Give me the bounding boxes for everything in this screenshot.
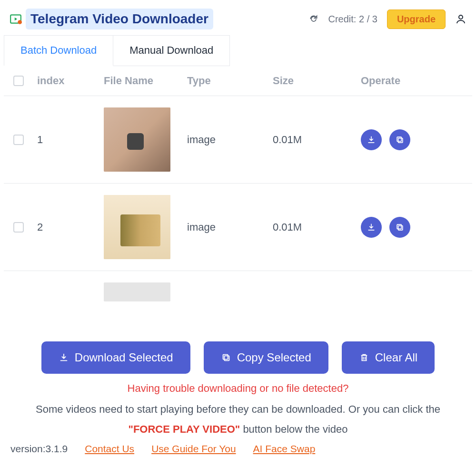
row-size: 0.01M — [273, 221, 361, 233]
table-row: 1 image 0.01M — [4, 96, 472, 184]
row-index: 2 — [37, 221, 104, 233]
thumbnail — [104, 282, 170, 301]
thumbnail — [104, 195, 170, 259]
download-icon[interactable] — [361, 129, 382, 150]
download-icon[interactable] — [361, 217, 382, 238]
svg-rect-5 — [397, 137, 401, 141]
footer: version:3.1.9 Contact Us Use Guide For Y… — [4, 439, 472, 458]
table-row — [4, 271, 472, 313]
clear-all-button[interactable]: Clear All — [342, 341, 435, 374]
tabs: Batch Download Manual Download — [4, 35, 472, 66]
header-right: Credit: 2 / 3 Upgrade — [309, 10, 466, 29]
clear-all-label: Clear All — [375, 351, 417, 364]
svg-rect-7 — [397, 224, 401, 229]
header-filename: File Name — [104, 75, 187, 87]
header: Telegram Video Downloader Credit: 2 / 3 … — [4, 5, 472, 33]
app-title: Telegram Video Downloader — [26, 9, 213, 29]
row-checkbox[interactable] — [13, 222, 24, 233]
select-all-checkbox[interactable] — [13, 76, 24, 86]
copy-icon[interactable] — [389, 217, 410, 238]
version-label: version:3.1.9 — [10, 443, 68, 455]
force-play-label: "FORCE PLAY VIDEO" — [128, 423, 240, 435]
svg-rect-8 — [224, 356, 229, 360]
copy-icon[interactable] — [389, 129, 410, 150]
header-type: Type — [187, 75, 273, 87]
credit-label: Credit: 2 / 3 — [328, 14, 377, 25]
svg-marker-1 — [15, 18, 17, 21]
help-title: Having trouble downloading or no file de… — [4, 379, 472, 399]
svg-point-2 — [18, 20, 22, 24]
thumbnail — [104, 107, 170, 172]
svg-point-3 — [459, 15, 463, 19]
contact-link[interactable]: Contact Us — [85, 443, 134, 455]
trash-icon — [359, 352, 369, 363]
svg-rect-9 — [223, 355, 228, 359]
row-size: 0.01M — [273, 134, 361, 146]
header-operate: Operate — [361, 75, 463, 87]
refresh-icon[interactable] — [309, 14, 318, 24]
svg-rect-4 — [398, 138, 403, 142]
download-icon — [59, 352, 69, 363]
row-type: image — [187, 221, 273, 233]
copy-icon — [221, 352, 231, 363]
help-text: Some videos need to start playing before… — [4, 399, 472, 439]
download-selected-button[interactable]: Download Selected — [41, 341, 190, 374]
row-type: image — [187, 134, 273, 146]
tab-manual-download[interactable]: Manual Download — [113, 35, 230, 66]
action-bar: Download Selected Copy Selected Clear Al… — [4, 332, 472, 379]
tab-batch-download[interactable]: Batch Download — [4, 35, 113, 66]
row-index: 1 — [37, 134, 104, 146]
guide-link[interactable]: Use Guide For You — [151, 443, 236, 455]
copy-selected-label: Copy Selected — [237, 351, 311, 364]
upgrade-button[interactable]: Upgrade — [387, 10, 446, 29]
row-checkbox[interactable] — [13, 135, 24, 145]
table-header: index File Name Type Size Operate — [4, 66, 472, 96]
user-icon[interactable] — [455, 13, 466, 25]
logo-icon — [10, 13, 22, 25]
faceswap-link[interactable]: AI Face Swap — [253, 443, 316, 455]
copy-selected-button[interactable]: Copy Selected — [204, 341, 328, 374]
download-selected-label: Download Selected — [75, 351, 173, 364]
svg-rect-6 — [398, 225, 403, 230]
table-row: 2 image 0.01M — [4, 184, 472, 271]
header-size: Size — [273, 75, 361, 87]
file-table: index File Name Type Size Operate 1 imag… — [4, 66, 472, 332]
brand: Telegram Video Downloader — [10, 9, 213, 29]
header-index: index — [37, 75, 104, 87]
